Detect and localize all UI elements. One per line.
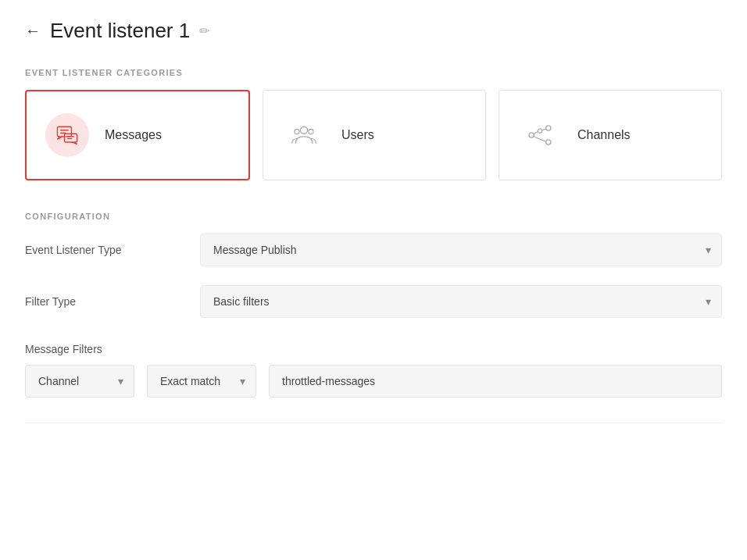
event-listener-type-select[interactable]: Message Publish Message Update Message D… <box>200 234 722 266</box>
edit-icon[interactable]: ✏ <box>199 23 209 38</box>
svg-rect-3 <box>64 134 77 142</box>
configuration-section: CONFIGURATION Event Listener Type Messag… <box>25 212 722 318</box>
match-select[interactable]: Exact match Contains Starts with <box>147 365 256 398</box>
svg-point-9 <box>529 133 534 137</box>
page-title: Event listener 1 <box>50 19 190 43</box>
event-listener-type-label: Event Listener Type <box>25 244 181 256</box>
svg-point-12 <box>538 129 541 133</box>
users-icon <box>290 121 318 149</box>
filter-type-select-wrapper: Basic filters Advanced filters <box>200 285 722 318</box>
bottom-divider <box>25 423 722 423</box>
back-button[interactable]: ← <box>25 22 41 40</box>
svg-point-10 <box>546 126 551 130</box>
page-header: ← Event listener 1 ✏ <box>25 19 722 43</box>
channels-label: Channels <box>577 128 631 142</box>
filter-row: Channel Room User Exact match Contains S… <box>25 365 722 398</box>
svg-line-15 <box>542 129 546 130</box>
configuration-section-label: CONFIGURATION <box>25 212 722 221</box>
channel-select[interactable]: Channel Room User <box>25 365 134 398</box>
match-select-wrapper: Exact match Contains Starts with <box>147 365 256 398</box>
svg-point-6 <box>301 127 308 134</box>
messages-icon-wrapper <box>45 113 89 157</box>
svg-point-8 <box>309 129 313 134</box>
message-filters-section: Message Filters Channel Room User Exact … <box>25 343 722 398</box>
category-card-channels[interactable]: Channels <box>499 90 722 180</box>
users-label: Users <box>341 128 374 142</box>
category-card-users[interactable]: Users <box>263 90 486 180</box>
category-card-messages[interactable]: Messages <box>25 90 250 180</box>
svg-line-13 <box>534 132 538 134</box>
filter-type-label: Filter Type <box>25 295 181 308</box>
filter-type-select[interactable]: Basic filters Advanced filters <box>200 285 722 318</box>
messages-label: Messages <box>105 128 162 142</box>
event-listener-type-row: Event Listener Type Message Publish Mess… <box>25 234 722 266</box>
channels-icon <box>526 121 554 149</box>
filter-value-input[interactable] <box>269 365 722 398</box>
svg-point-11 <box>546 140 551 144</box>
svg-point-7 <box>295 129 299 134</box>
categories-section-label: EVENT LISTENER CATEGORIES <box>25 68 722 77</box>
category-cards: Messages Users <box>25 90 722 180</box>
channels-icon-wrapper <box>518 113 562 157</box>
users-icon-wrapper <box>282 113 326 157</box>
filter-type-row: Filter Type Basic filters Advanced filte… <box>25 285 722 318</box>
message-filters-label: Message Filters <box>25 343 722 355</box>
channel-select-wrapper: Channel Room User <box>25 365 134 398</box>
event-listener-type-select-wrapper: Message Publish Message Update Message D… <box>200 234 722 266</box>
messages-icon <box>53 121 81 149</box>
categories-section: EVENT LISTENER CATEGORIES Messages <box>25 68 722 180</box>
svg-line-14 <box>534 137 545 141</box>
